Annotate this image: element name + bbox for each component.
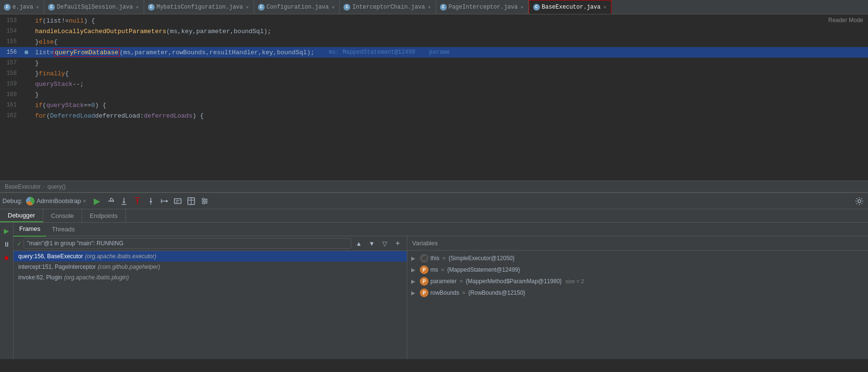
customize-icon [200,197,209,205]
frame-class-2: (org.apache.ibatis.plugin) [64,274,129,281]
resume-button[interactable]: ▶ [91,195,103,207]
var-eq-rowbounds: = [462,289,465,296]
code-content-154: handleLocallyCachedOutputParameters(ms, … [31,28,868,35]
variables-header: Variables [407,236,868,251]
svg-marker-6 [136,199,139,201]
frame-item-0[interactable]: query:156, BaseExecutor (org.apache.ibat… [13,251,407,262]
line-num-162: 162 [0,112,22,119]
step-into-button[interactable] [118,195,130,207]
side-pause-button[interactable]: ⏸ [1,239,12,250]
breadcrumb: BaseExecutor › query() [0,180,868,192]
code-content-153: if (list != null) { [31,17,868,24]
step-over-button[interactable] [104,195,117,207]
debug-label: Debug: [2,197,23,204]
tab-ejava[interactable]: C e.java ✕ [0,0,44,14]
tab-debugger-label: Debugger [8,212,35,219]
line-num-154: 154 [0,28,22,35]
tab-pageinterceptor[interactable]: C PageInterceptor.java ✕ [436,0,529,14]
tab-defaultsqlsession[interactable]: C DefaultSqlSession.java ✕ [44,0,144,14]
tab-label-ejava: e.java [12,4,33,11]
force-step-into-button[interactable] [145,195,157,207]
var-badge-this: ⬛ [420,254,428,263]
var-eq-ms: = [441,266,444,273]
breadcrumb-class[interactable]: BaseExecutor [5,183,41,190]
thread-add-button[interactable]: + [392,238,403,249]
code-line-161: 161 if (queryStack == 0) { [0,100,868,110]
frames-tab[interactable]: Frames [13,222,46,237]
tab-label-mybatisconfig: MybatisConfiguration.java [157,4,243,11]
line-num-155: 155 [0,38,22,45]
tab-configuration[interactable]: C Configuration.java ✕ [254,0,340,14]
var-name-rowbounds: rowBounds [430,289,459,296]
line-num-157: 157 [0,60,22,66]
settings-button2[interactable] [198,195,211,207]
breadcrumb-method[interactable]: query() [48,183,66,190]
tab-close-mybatisconfig[interactable]: ✕ [245,4,250,11]
svg-point-23 [202,198,204,200]
line-num-159: 159 [0,81,22,87]
reader-mode-button[interactable]: Reader Mode [828,17,863,24]
var-arrow-parameter[interactable]: ▶ [411,278,418,285]
var-arrow-ms[interactable]: ▶ [411,267,418,273]
code-lines: 153 if (list != null) { 154 handleLocall… [0,14,868,180]
frame-class-1: (com.github.pagehelper) [98,264,160,270]
var-arrow-rowbounds[interactable]: ▶ [411,290,418,296]
session-name: AdminBootstrap [37,197,81,204]
line-num-153: 153 [0,17,22,24]
debug-hint-156: ms: MappedStatement@12499 parame [329,49,450,56]
gear-icon [855,197,864,205]
variables-list: ▶ ⬛ this = {SimpleExecutor@12050} ▶ P ms… [407,251,868,359]
var-arrow-this[interactable]: ▶ [411,255,418,262]
thread-filter-button[interactable]: ▽ [379,238,390,249]
tab-baseexecutor[interactable]: C BaseExecutor.java ✕ [529,0,611,14]
thread-down-button[interactable]: ▼ [367,238,377,249]
tab-console[interactable]: Console [43,209,82,222]
code-line-157: 157 } [0,58,868,68]
side-stop-button[interactable]: ■ [1,252,12,263]
tab-close-interceptorchain[interactable]: ✕ [427,4,432,11]
session-close-button[interactable]: ✕ [83,198,86,204]
tab-icon-baseexecutor: C [533,4,540,11]
var-item-parameter: ▶ P parameter = {MapperMethod$ParamMap@1… [407,276,868,287]
tab-endpoints[interactable]: Endpoints [82,209,126,222]
step-out-button[interactable] [131,195,144,207]
evaluate-button[interactable] [171,195,184,207]
var-item-rowbounds: ▶ P rowBounds = {RowBounds@12150} [407,287,868,299]
frame-item-2[interactable]: invoke:62, Plugin (org.apache.ibatis.plu… [13,272,407,283]
frame-item-1[interactable]: intercept:151, PageInterceptor (com.gith… [13,262,407,272]
code-line-155: 155 } else { [0,36,868,47]
table-view-button[interactable] [185,195,197,207]
tab-interceptorchain[interactable]: C InterceptorChain.java ✕ [340,0,436,14]
threads-tab[interactable]: Threads [46,222,81,237]
frames-panel: ✓ "main"@1 in group "main": RUNNING ▲ ▼ … [13,236,407,359]
run-to-cursor-button[interactable] [158,195,171,207]
debug-main: Frames Threads ✓ "main"@1 in group "main… [13,223,868,359]
line-num-160: 160 [0,91,22,98]
tab-close-pageinterceptor[interactable]: ✕ [520,4,525,11]
tab-close-ejava[interactable]: ✕ [35,4,40,11]
tab-mybatisconfig[interactable]: C MybatisConfiguration.java ✕ [144,0,254,14]
var-name-ms: ms [430,266,438,273]
thread-select-dropdown[interactable]: "main"@1 in group "main": RUNNING [24,238,351,249]
evaluate-icon [173,197,182,205]
thread-up-button[interactable]: ▲ [354,238,364,249]
tab-icon-interceptorchain: C [343,4,350,11]
tab-close-defaultsqlsession[interactable]: ✕ [135,4,140,11]
code-line-159: 159 queryStack--; [0,79,868,89]
var-val-parameter: {MapperMethod$ParamMap@11980} [466,278,562,285]
tab-debugger[interactable]: Debugger [0,209,43,222]
code-line-158: 158 } finally { [0,68,868,79]
debug-session: AdminBootstrap ✕ [26,197,86,205]
tab-close-baseexecutor[interactable]: ✕ [602,4,607,11]
side-resume-button[interactable]: ▶ [1,226,12,236]
tab-bar: C e.java ✕ C DefaultSqlSession.java ✕ C … [0,0,868,14]
line-num-156: 156 [0,49,22,56]
debug-content-row: ✓ "main"@1 in group "main": RUNNING ▲ ▼ … [13,236,868,359]
code-content-160: } [31,91,868,98]
settings-gear-button[interactable] [853,195,866,207]
tab-close-configuration[interactable]: ✕ [330,4,335,11]
code-content-157: } [31,60,868,67]
debug-panel: Debug: AdminBootstrap ✕ ▶ [0,192,868,359]
code-line-156: 156 list = queryFromDatabase(ms, paramet… [0,47,868,58]
svg-point-24 [205,200,207,202]
